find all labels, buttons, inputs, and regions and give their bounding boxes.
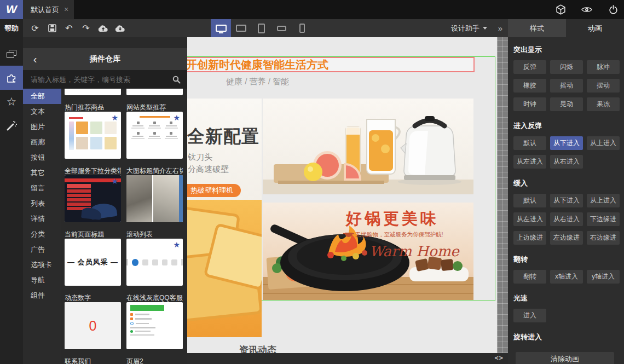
animation-option-button[interactable]: 进入 [513, 309, 546, 322]
code-view-icon[interactable]: <> [495, 354, 504, 362]
plugin-category-item[interactable]: 按钮 [23, 150, 61, 165]
plugin-card-hot-products[interactable]: ★ [65, 112, 121, 159]
plugin-category-item[interactable]: 分类 [23, 227, 61, 242]
animation-option-button[interactable]: 从上进入 [587, 136, 620, 150]
animation-option-button[interactable]: 从上进入 [587, 194, 620, 207]
save-icon[interactable] [47, 23, 57, 34]
tablet-portrait-icon [258, 24, 265, 33]
search-icon[interactable] [165, 76, 187, 84]
animation-option-button[interactable]: 果冻 [587, 97, 620, 111]
canvas-scrollbar[interactable] [497, 37, 508, 364]
plugin-category-item[interactable]: 导航 [23, 273, 61, 288]
preview-eye-icon[interactable] [581, 4, 592, 15]
sidebar-item-plugins[interactable] [0, 66, 23, 90]
plugin-category-item[interactable]: 选项卡 [23, 257, 61, 273]
subheadline-text[interactable]: 健康 / 营养 / 智能 [226, 77, 289, 87]
help-button[interactable]: 帮助 [0, 19, 23, 37]
power-icon[interactable] [608, 4, 619, 15]
clear-animation-button[interactable]: 清除动画 [516, 352, 614, 364]
tab-close-icon[interactable]: × [64, 0, 68, 19]
plugin-card-qq-service[interactable] [126, 302, 183, 349]
plugin-card-scrolling-list[interactable]: ★ [126, 239, 183, 286]
components-cube-icon[interactable] [555, 4, 566, 15]
cloud-upload-icon[interactable] [97, 23, 108, 34]
plugin-category-item[interactable]: 列表 [23, 196, 61, 211]
phone-portrait-icon [299, 24, 305, 33]
plugin-card-label: 网站类型推荐 [126, 103, 183, 112]
qq-service-preview [126, 302, 183, 349]
phone-landscape-icon [277, 26, 286, 31]
device-phone-landscape-button[interactable] [271, 19, 292, 37]
design-canvas[interactable]: 开创新时代健康智能生活方式 健康 / 营养 / 智能 全新配置 钛刀头 分高速破… [187, 37, 497, 353]
animation-option-button[interactable]: 橡胶 [513, 79, 546, 93]
plugin-card-partial[interactable] [126, 89, 183, 95]
animation-option-button[interactable]: 摇动 [550, 79, 583, 93]
tab-animation[interactable]: 动画 [566, 19, 624, 37]
app-logo[interactable]: W [0, 0, 23, 19]
animation-option-button[interactable]: 脉冲 [587, 60, 620, 74]
back-chevron-icon[interactable]: ‹ [23, 53, 47, 66]
animation-option-button[interactable]: 上边缘进 [513, 231, 546, 245]
plugin-category-item[interactable]: 详情 [23, 211, 61, 227]
animation-option-button[interactable]: 从右进入 [550, 155, 583, 169]
product-banner[interactable]: 全新配置 钛刀头 分高速破壁 热破壁料理机 [187, 99, 262, 337]
animation-option-button[interactable]: 默认 [513, 194, 546, 207]
star-badge-icon[interactable]: ★ [111, 114, 118, 122]
animation-option-button[interactable]: 时钟 [513, 97, 546, 111]
plugin-category-item[interactable]: 组件 [23, 288, 61, 303]
animation-option-button[interactable]: 反弹 [513, 60, 546, 74]
animation-option-button[interactable]: 从右进入 [550, 212, 583, 226]
star-badge-icon[interactable]: ★ [173, 241, 180, 249]
animation-option-button[interactable]: 左边缘进 [550, 231, 583, 245]
plugin-card-page-title[interactable]: — 会员风采 — [65, 239, 121, 286]
design-assistant-button[interactable]: 设计助手 [451, 19, 487, 37]
device-tablet-landscape-button[interactable] [231, 19, 251, 37]
animation-section-title: 旋转进入 [513, 332, 624, 342]
undo-icon[interactable]: ↶ [63, 23, 74, 34]
star-badge-icon[interactable]: ★ [111, 177, 118, 185]
animation-option-button[interactable]: 晃动 [550, 97, 583, 111]
animation-option-button[interactable]: 从下进入 [550, 194, 583, 207]
banner-group[interactable]: 全新配置 钛刀头 分高速破壁 热破壁料理机 [187, 99, 473, 337]
sidebar-item-pages[interactable] [0, 42, 23, 66]
plugin-category-item[interactable]: 画廊 [23, 135, 61, 150]
plugin-category-item[interactable]: 图片 [23, 119, 61, 135]
animation-option-button[interactable]: 摆动 [587, 79, 620, 93]
animation-option-button[interactable]: 翻转 [513, 270, 546, 284]
redo-icon[interactable]: ↷ [80, 23, 91, 34]
animation-option-button[interactable]: 从下进入 [550, 136, 583, 150]
animation-option-button[interactable]: 默认 [513, 136, 546, 150]
device-phone-portrait-button[interactable] [292, 19, 312, 37]
plugin-card-big-image-slider[interactable] [126, 175, 183, 222]
device-desktop-button[interactable] [211, 19, 231, 37]
animation-option-button[interactable]: 从左进入 [513, 212, 546, 226]
page-tab[interactable]: 默认首页 × [23, 0, 74, 19]
plugin-category-item[interactable]: 广告 [23, 242, 61, 257]
plugin-card-dropdown-services[interactable]: ★ [65, 175, 121, 222]
plugin-category-item[interactable]: 其它 [23, 165, 61, 181]
more-button[interactable]: » [498, 19, 502, 37]
sidebar-item-magic-wand[interactable] [0, 114, 23, 138]
plugin-search-input[interactable] [23, 76, 165, 84]
star-badge-icon[interactable]: ★ [173, 114, 180, 122]
animation-option-button[interactable]: 右边缘进 [587, 231, 620, 245]
animation-option-button[interactable]: y轴进入 [587, 270, 620, 284]
tab-style[interactable]: 样式 [508, 19, 566, 37]
plugin-category-item[interactable]: 全部 [23, 89, 61, 104]
animation-option-button[interactable]: x轴进入 [550, 270, 583, 284]
plugin-category-item[interactable]: 文本 [23, 104, 61, 119]
plugin-card-dynamic-number[interactable]: 0 [65, 302, 121, 349]
sidebar-item-favorites[interactable]: ☆ [0, 90, 23, 114]
news-section-heading[interactable]: 资讯动态 [239, 344, 276, 353]
animation-option-button[interactable]: 下边缘进 [587, 212, 620, 226]
headline-selected-element[interactable]: 开创新时代健康智能生活方式 [187, 57, 475, 72]
animation-option-button[interactable]: 闪烁 [550, 60, 583, 74]
plugin-category-item[interactable]: 留言 [23, 181, 61, 196]
plugin-card-partial[interactable] [65, 89, 121, 95]
device-tablet-portrait-button[interactable] [251, 19, 271, 37]
animation-option-button[interactable]: 从左进入 [513, 155, 546, 169]
refresh-icon[interactable]: ⟳ [30, 23, 41, 34]
plugin-card-site-types[interactable]: ★ [126, 112, 183, 159]
cloud-download-icon[interactable] [114, 23, 125, 34]
wok-banner[interactable]: 好锅更美味 无忧购物，至诚服务为你保驾护航! Warm Home [263, 203, 473, 300]
